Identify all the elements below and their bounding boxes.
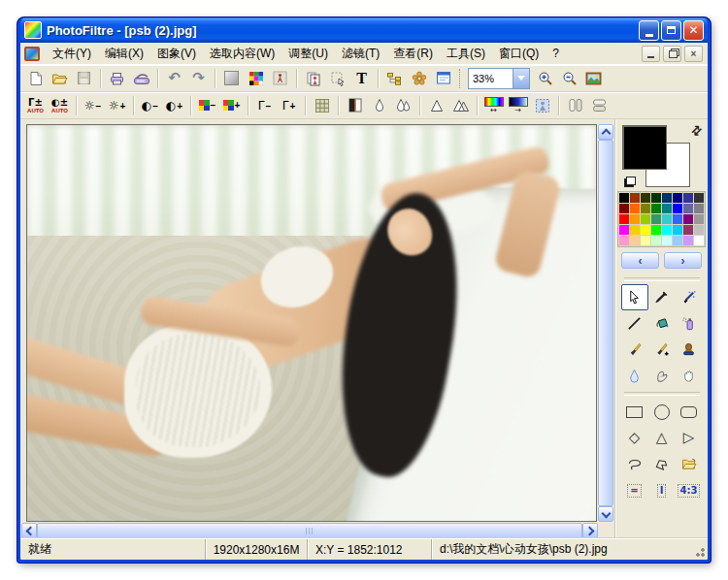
blur-more-button[interactable] (391, 94, 415, 116)
print-button[interactable] (105, 67, 129, 89)
palette-color-cell[interactable] (662, 204, 672, 213)
palette-color-cell[interactable] (651, 204, 661, 213)
palette-color-cell[interactable] (619, 225, 629, 235)
minimize-button[interactable] (639, 20, 659, 41)
save-button[interactable] (72, 67, 96, 89)
palette-next-button[interactable]: › (664, 252, 702, 269)
invert-shape-tool[interactable]: I (648, 477, 676, 503)
close-button[interactable]: ✕ (683, 20, 704, 41)
hand-tool[interactable] (676, 363, 703, 389)
palette-color-cell[interactable] (683, 204, 693, 213)
ellipse-selection-tool[interactable] (648, 399, 676, 425)
title-bar[interactable]: PhotoFiltre - [psb (2).jpg] ✕ (20, 17, 708, 43)
palette-color-cell[interactable] (641, 214, 650, 224)
menu-selection[interactable]: 选取内容(W) (203, 44, 281, 64)
scan-button[interactable] (129, 67, 153, 89)
airbrush-tool[interactable] (676, 310, 703, 337)
palette-color-cell[interactable] (662, 225, 672, 235)
menu-window[interactable]: 窗口(Q) (492, 44, 546, 64)
saturation-minus-button[interactable]: − (195, 94, 219, 116)
vertical-scrollbar[interactable] (598, 124, 613, 522)
new-file-button[interactable] (23, 67, 48, 89)
palette-color-cell[interactable] (683, 236, 693, 245)
photomask-button[interactable] (530, 94, 554, 116)
auto-contrast-button[interactable]: ◐±AUTO (48, 94, 72, 116)
sharpen-more-button[interactable] (448, 94, 473, 116)
menu-filter[interactable]: 滤镜(T) (335, 44, 386, 64)
blur-tool[interactable] (621, 363, 648, 389)
rectangle-selection-tool[interactable] (621, 399, 648, 425)
palette-color-cell[interactable] (651, 225, 661, 235)
fill-tool[interactable] (648, 310, 676, 337)
hue-button[interactable]: ↔ (481, 94, 506, 116)
scroll-right-button[interactable] (582, 523, 598, 538)
palette-color-cell[interactable] (630, 225, 640, 235)
menu-view[interactable]: 查看(R) (386, 44, 440, 64)
text-tool-button[interactable]: T (349, 67, 374, 89)
palette-color-cell[interactable] (662, 193, 672, 203)
menu-image[interactable]: 图象(V) (150, 44, 203, 64)
redo-button[interactable]: ↷ (186, 67, 211, 89)
image-size-button[interactable] (219, 67, 244, 89)
palette-color-cell[interactable] (683, 225, 693, 235)
menu-adjust[interactable]: 调整(U) (281, 44, 335, 64)
palette-color-cell[interactable] (630, 214, 640, 224)
palette-color-cell[interactable] (683, 214, 693, 224)
menu-help[interactable]: ? (546, 45, 566, 62)
palette-color-cell[interactable] (641, 193, 650, 203)
undo-button[interactable]: ↶ (162, 67, 186, 89)
aspect-ratio-tool[interactable]: 4:3 (676, 477, 703, 503)
brightness-plus-button[interactable]: ☼+ (105, 94, 129, 116)
palette-color-cell[interactable] (673, 214, 682, 224)
paste-as-image-button[interactable] (301, 67, 325, 89)
palette-color-cell[interactable] (619, 214, 629, 224)
palette-color-cell[interactable] (619, 193, 629, 203)
load-selection-tool[interactable] (676, 451, 703, 477)
horizontal-scrollbar[interactable] (21, 523, 598, 538)
palette-color-cell[interactable] (694, 236, 704, 245)
palette-color-cell[interactable] (673, 204, 682, 213)
clone-stamp-tool[interactable] (676, 337, 703, 363)
document-icon[interactable] (24, 47, 40, 61)
menu-edit[interactable]: 编辑(X) (98, 44, 150, 64)
right-triangle-selection-tool[interactable]: ▷ (676, 425, 703, 451)
gamma-minus-button[interactable]: Γ− (252, 94, 277, 116)
plugin-button[interactable] (407, 67, 431, 89)
eyedropper-tool[interactable] (648, 284, 676, 310)
palette-color-cell[interactable] (619, 236, 629, 245)
swap-colors-icon[interactable]: ⇄ (687, 121, 705, 139)
brightness-minus-button[interactable]: ☼− (81, 94, 105, 116)
fit-image-button[interactable] (581, 67, 606, 89)
mdi-minimize-button[interactable] (642, 46, 660, 62)
pointer-tool[interactable] (621, 284, 648, 310)
mirror-button[interactable] (563, 94, 587, 116)
scroll-down-button[interactable] (598, 506, 613, 522)
palette-color-cell[interactable] (651, 236, 661, 245)
auto-levels-button[interactable]: Γ±AUTO (23, 94, 48, 116)
palette-color-cell[interactable] (630, 236, 640, 245)
menu-file[interactable]: 文件(Y) (46, 44, 98, 64)
scroll-left-button[interactable] (21, 523, 37, 538)
advanced-brush-tool[interactable] (648, 337, 676, 363)
palette-color-cell[interactable] (630, 204, 640, 213)
polygon-tool[interactable] (648, 451, 676, 477)
palette-color-cell[interactable] (673, 236, 682, 245)
menu-tools[interactable]: 工具(S) (440, 44, 492, 64)
diamond-selection-tool[interactable]: ◇ (621, 425, 648, 451)
explorer-button[interactable] (382, 67, 407, 89)
gamma-plus-button[interactable]: Γ+ (277, 94, 301, 116)
triangle-selection-tool[interactable]: △ (648, 425, 676, 451)
maximize-button[interactable] (661, 20, 681, 41)
gray-levels-button[interactable] (310, 94, 334, 116)
module-manager-button[interactable] (431, 67, 455, 89)
vertical-scroll-thumb[interactable] (598, 140, 613, 506)
palette-color-cell[interactable] (694, 204, 704, 213)
palette-color-cell[interactable] (694, 225, 704, 235)
transparency-button[interactable] (268, 67, 292, 89)
mdi-close-button[interactable]: × (684, 46, 703, 62)
smudge-tool[interactable] (648, 363, 676, 389)
palette-color-cell[interactable] (673, 225, 682, 235)
paintbrush-tool[interactable] (621, 337, 648, 363)
sharpen-button[interactable] (424, 94, 448, 116)
contrast-minus-button[interactable]: ◐− (138, 94, 162, 116)
